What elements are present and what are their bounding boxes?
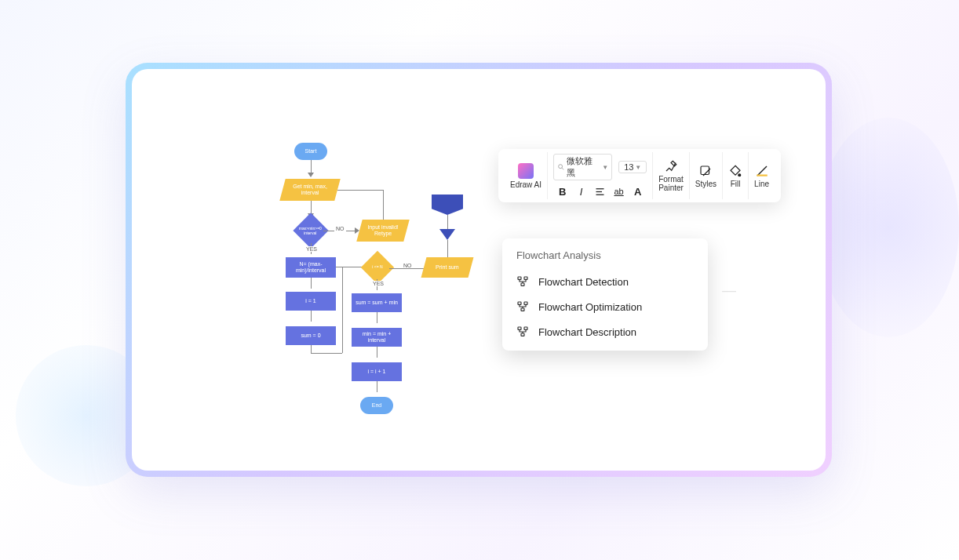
format-painter-icon bbox=[664, 159, 678, 173]
edge-label-yes2: YES bbox=[371, 281, 385, 286]
svg-rect-8 bbox=[757, 174, 768, 176]
svg-point-0 bbox=[559, 165, 563, 169]
menu-label: Flowchart Detection bbox=[538, 276, 629, 288]
edge bbox=[447, 240, 448, 257]
font-size-select[interactable]: 13 ▼ bbox=[618, 161, 647, 173]
font-size-value: 13 bbox=[624, 162, 633, 172]
svg-line-7 bbox=[757, 166, 767, 176]
node-label: sum = 0 bbox=[301, 333, 320, 339]
arrow-down-icon bbox=[308, 173, 314, 177]
fill-icon bbox=[728, 164, 742, 178]
flowchart-icon bbox=[516, 275, 529, 288]
format-painter-label: Format Painter bbox=[658, 175, 684, 192]
node-compute-n[interactable]: N= (max-min)/interval bbox=[286, 257, 336, 278]
svg-point-6 bbox=[738, 173, 741, 176]
node-i-eq-1[interactable]: i = 1 bbox=[286, 292, 336, 311]
svg-rect-15 bbox=[518, 327, 521, 329]
edge bbox=[383, 190, 384, 220]
edge bbox=[311, 345, 312, 353]
node-start[interactable]: Start bbox=[294, 143, 327, 160]
edge bbox=[447, 215, 448, 229]
panel-title: Flowchart Analysis bbox=[502, 248, 708, 269]
styles-icon bbox=[698, 164, 713, 178]
svg-rect-16 bbox=[524, 327, 527, 329]
node-label: i <= N bbox=[372, 265, 382, 270]
font-family-select[interactable]: 微软雅黑 ▼ bbox=[553, 154, 612, 180]
node-label: Get min, max, interval bbox=[284, 184, 336, 195]
chevron-down-icon: ▼ bbox=[602, 164, 608, 171]
node-label: Print sum bbox=[436, 264, 459, 271]
flowchart-icon bbox=[516, 300, 529, 313]
font-group: 微软雅黑 ▼ 13 ▼ B I ab A bbox=[547, 152, 652, 199]
align-icon bbox=[594, 186, 606, 198]
edge bbox=[377, 347, 377, 358]
line-group[interactable]: Line bbox=[748, 152, 775, 199]
svg-rect-12 bbox=[518, 302, 521, 304]
menu-item-detection[interactable]: Flowchart Detection bbox=[502, 269, 708, 294]
node-connector[interactable] bbox=[439, 229, 455, 240]
node-flag[interactable] bbox=[432, 195, 463, 215]
node-label: sum = sum + min bbox=[356, 300, 398, 306]
node-label: End bbox=[372, 402, 381, 409]
edge bbox=[377, 312, 377, 323]
edge bbox=[337, 190, 383, 191]
node-sum-eq-0[interactable]: sum = 0 bbox=[286, 326, 336, 345]
node-i-inc[interactable]: i = i + 1 bbox=[352, 362, 402, 381]
flowchart-icon bbox=[516, 325, 529, 338]
node-label: Input invalid! Retype bbox=[361, 224, 405, 236]
styles-label: Styles bbox=[695, 180, 717, 188]
svg-rect-11 bbox=[521, 283, 524, 285]
format-painter-group[interactable]: Format Painter bbox=[652, 152, 689, 199]
svg-rect-17 bbox=[521, 333, 524, 336]
menu-label: Flowchart Description bbox=[538, 326, 636, 338]
edge-label-no: NO bbox=[334, 226, 346, 231]
strikethrough-button[interactable]: ab bbox=[613, 185, 625, 198]
formatting-toolbar: Edraw AI 微软雅黑 ▼ 13 ▼ B I ab A Format Pai… bbox=[498, 149, 781, 202]
search-icon bbox=[557, 163, 565, 171]
svg-rect-10 bbox=[524, 277, 527, 279]
node-label: N= (max-min)/interval bbox=[287, 261, 334, 273]
node-label: max>min>=0 interval bbox=[299, 227, 322, 235]
node-label: min = min + interval bbox=[353, 331, 400, 343]
flowchart-canvas[interactable]: Start Get min, max, interval max>min>=0 … bbox=[141, 78, 479, 439]
edge bbox=[311, 278, 312, 289]
bg-blob bbox=[818, 118, 959, 337]
styles-group[interactable]: Styles bbox=[689, 152, 722, 199]
node-end[interactable]: End bbox=[360, 397, 393, 414]
node-label: i = 1 bbox=[305, 298, 315, 304]
edge bbox=[342, 267, 343, 353]
line-label: Line bbox=[754, 180, 769, 188]
svg-rect-9 bbox=[518, 277, 521, 279]
edraw-ai-label: Edraw AI bbox=[510, 180, 541, 189]
edge bbox=[389, 268, 424, 269]
edge bbox=[311, 353, 342, 354]
font-name-value: 微软雅黑 bbox=[567, 155, 600, 179]
svg-line-1 bbox=[562, 168, 563, 169]
flowchart-analysis-panel: Flowchart Analysis Flowchart Detection F… bbox=[502, 238, 708, 351]
font-color-button[interactable]: A bbox=[632, 185, 644, 198]
node-get-input[interactable]: Get min, max, interval bbox=[279, 179, 341, 201]
edge-label-no2: NO bbox=[402, 263, 414, 268]
node-invalid[interactable]: Input invalid! Retype bbox=[356, 220, 410, 242]
bold-button[interactable]: B bbox=[556, 185, 569, 198]
node-min-add[interactable]: min = min + interval bbox=[352, 328, 402, 347]
edge bbox=[377, 381, 377, 392]
menu-label: Flowchart Optimization bbox=[538, 301, 642, 313]
node-print-sum[interactable]: Print sum bbox=[421, 257, 474, 278]
node-sum-add[interactable]: sum = sum + min bbox=[352, 293, 402, 312]
collapse-handle[interactable]: — bbox=[722, 282, 742, 289]
line-icon bbox=[755, 164, 769, 178]
edraw-ai-group[interactable]: Edraw AI bbox=[505, 152, 547, 199]
node-i-le-n[interactable]: i <= N bbox=[361, 251, 394, 284]
align-button[interactable] bbox=[594, 185, 607, 198]
fill-label: Fill bbox=[731, 180, 741, 188]
chevron-down-icon: ▼ bbox=[635, 164, 641, 171]
menu-item-description[interactable]: Flowchart Description bbox=[502, 319, 708, 344]
fill-group[interactable]: Fill bbox=[722, 152, 748, 199]
node-label: i = i + 1 bbox=[368, 369, 386, 375]
italic-button[interactable]: I bbox=[575, 185, 588, 198]
node-label: Start bbox=[305, 148, 317, 155]
edge-label-yes: YES bbox=[304, 246, 319, 252]
menu-item-optimization[interactable]: Flowchart Optimization bbox=[502, 294, 708, 319]
svg-rect-14 bbox=[521, 308, 524, 311]
